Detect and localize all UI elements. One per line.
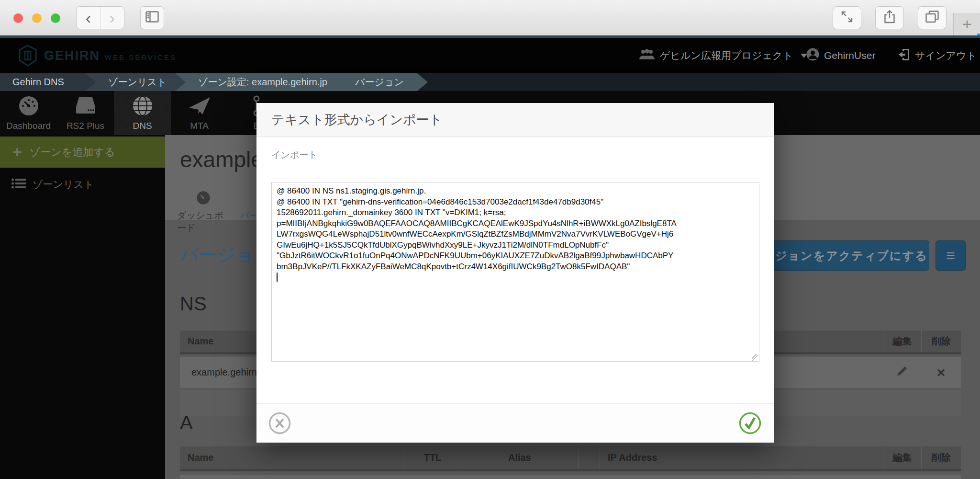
screen: ‹ › + [0,0,980,479]
confirm-button[interactable] [739,412,761,434]
breadcrumb-item-version[interactable]: バージョン [332,73,428,91]
circle-x-icon [268,428,291,436]
expand-arrows-icon [841,11,853,25]
share-icon [884,10,895,25]
browser-toolbar: ‹ › + [0,0,980,36]
share-button[interactable] [875,6,904,29]
minimize-window-button[interactable] [32,13,42,23]
tab-overview-button[interactable] [918,6,947,29]
breadcrumb-item-gehirn-dns[interactable]: Gehirn DNS [0,73,96,91]
zoom-window-button[interactable] [51,13,60,23]
forward-button[interactable]: › [100,7,124,29]
breadcrumb-item-zone-settings[interactable]: ゾーン設定: example.gehirn.jp [175,73,343,91]
import-modal: テキスト形式からインポート インポート @ 86400 IN NS ns1.st… [256,103,774,443]
back-button[interactable]: ‹ [77,7,100,29]
history-nav-group: ‹ › [76,6,124,29]
import-label: インポート [271,149,318,161]
close-window-button[interactable] [13,13,23,23]
cancel-button[interactable] [268,412,291,434]
text-caret [277,273,278,282]
tabs-icon [925,11,939,25]
import-textarea[interactable]: @ 86400 IN NS ns1.staging.gis.gehirn.jp.… [271,182,759,362]
sidebar-toggle-icon [145,11,159,24]
circle-check-icon [739,428,761,436]
fullscreen-button[interactable] [833,6,861,29]
modal-title: テキスト形式からインポート [271,111,442,128]
breadcrumb-item-zone-list[interactable]: ゾーンリスト [85,73,186,91]
modal-header: テキスト形式からインポート [256,103,774,137]
new-tab-button[interactable]: + [953,13,980,35]
textarea-resize-handle[interactable] [752,354,758,361]
modal-footer [256,403,774,443]
sidebar-toggle-button[interactable] [140,6,164,29]
import-text: @ 86400 IN NS ns1.staging.gis.gehirn.jp.… [277,186,677,271]
